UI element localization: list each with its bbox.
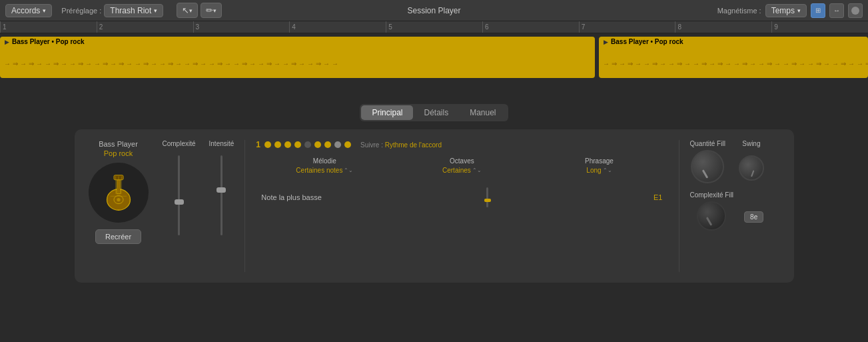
complexite-fill-row: Complexité Fill 8e [690, 191, 783, 231]
snap-icon-button[interactable]: ⊞ [811, 3, 825, 18]
spacer [0, 81, 868, 93]
intensite-slider-col: Intensité [209, 140, 234, 235]
waveform-arrow: → [799, 60, 805, 67]
fill-badge[interactable]: 8e [744, 211, 763, 223]
separator-1 [244, 140, 245, 272]
waveform-arrow: → [823, 60, 830, 67]
waveform-arrow: → [298, 60, 305, 67]
waveform-arrow: → [709, 60, 715, 67]
pencil-tool-button[interactable]: ✏ ▾ [201, 3, 222, 18]
waveform-arrow: → [725, 60, 731, 67]
complexite-fill-label: Complexité Fill [690, 191, 734, 199]
ruler-mark-9: 9 [771, 21, 868, 33]
waveform-2: →⇒→⇒→→⇒→→⇒→→⇒→⇒→→⇒→→⇒→→⇒→→⇒→→⇒→→⇒→→⇒→→⇒→… [599, 51, 868, 75]
complexite-slider-thumb[interactable] [175, 199, 184, 205]
note-mini-slider[interactable] [486, 187, 488, 207]
track-label-2: Bass Player • Pop rock [611, 38, 683, 45]
pointer-tool-button[interactable]: ↖ ▾ [177, 3, 198, 18]
complexite-fill-knob[interactable] [697, 201, 726, 231]
waveform-arrow: ⇒ [13, 60, 18, 67]
pattern-dot-4[interactable] [304, 141, 311, 148]
waveform-arrow: ⇒ [143, 60, 149, 67]
waveform-arrow: → [249, 60, 256, 67]
fill-swing-row: Quantité Fill Swing [690, 140, 783, 183]
guitar-icon [95, 169, 142, 216]
note-label: Note la plus basse [261, 193, 322, 201]
waveform-arrow: → [20, 60, 27, 67]
waveform-arrow: → [200, 60, 207, 67]
pattern-dot-0[interactable] [264, 141, 271, 148]
waveform-arrow: → [619, 60, 626, 67]
octaves-value[interactable]: Certaines ⌃⌄ [442, 167, 482, 174]
tabs: Principal Détails Manuel [360, 104, 508, 121]
octaves-label: Octaves [450, 157, 474, 165]
instrument-circle[interactable] [89, 163, 149, 223]
accords-button[interactable]: Accords ▾ [5, 4, 52, 17]
main-content: Principal Détails Manuel Bass Player Pop… [0, 93, 868, 293]
waveform-arrow: → [684, 60, 691, 67]
waveform-arrow: → [4, 60, 11, 67]
swing-knob[interactable] [739, 155, 764, 181]
pattern-dot-2[interactable] [284, 141, 291, 148]
track-area: ▶ Bass Player • Pop rock →⇒→⇒→→⇒→→⇒→→⇒→⇒… [0, 33, 868, 81]
settings-icon-button[interactable] [848, 3, 863, 18]
waveform-arrow: ⇒ [652, 60, 657, 67]
waveform-arrow: ⇒ [677, 60, 682, 67]
right-section: Quantité Fill Swing Complexité Fill [690, 140, 783, 272]
complexite-slider-track[interactable] [178, 155, 180, 235]
fill-badge-wrapper: 8e [744, 211, 763, 223]
pattern-dot-5[interactable] [314, 141, 321, 148]
recreate-button[interactable]: Recréer [95, 229, 141, 244]
note-slider-thumb[interactable] [484, 199, 491, 202]
pattern-dot-6[interactable] [324, 141, 331, 148]
waveform-arrow: → [36, 60, 43, 67]
link-icon-button[interactable]: ↔ [829, 3, 844, 18]
quantite-fill-indicator [702, 169, 709, 179]
link-icon: ↔ [833, 7, 840, 14]
waveform-arrow: ⇒ [29, 60, 34, 67]
pointer-icon: ↖ [182, 5, 189, 15]
track-block-2[interactable]: ▶ Bass Player • Pop rock →⇒→⇒→→⇒→→⇒→→⇒→⇒… [599, 37, 868, 78]
pattern-dot-8[interactable] [344, 141, 351, 148]
waveform-arrow: → [668, 60, 675, 67]
complexite-fill-group: Complexité Fill [690, 191, 734, 231]
magnetisme-label: Magnétisme : [717, 7, 761, 15]
waveform-arrow: ⇒ [316, 60, 321, 67]
ruler-mark-1: 1 [0, 21, 97, 33]
melodie-chevron-icon: ⌃⌄ [344, 167, 353, 173]
melodie-control: Mélodie Certaines notes ⌃⌄ [261, 157, 388, 174]
quantite-fill-knob[interactable] [691, 150, 724, 183]
ruler-marks: 123456789 [0, 21, 868, 33]
toolbar-center: ↖ ▾ ✏ ▾ [177, 3, 222, 18]
settings-icon [851, 7, 859, 15]
intensite-slider-track[interactable] [220, 155, 222, 235]
pattern-dot-3[interactable] [294, 141, 301, 148]
waveform-arrow: → [69, 60, 76, 67]
tab-principal[interactable]: Principal [361, 105, 413, 120]
waveform-arrow: → [783, 60, 789, 67]
intensite-label: Intensité [209, 140, 234, 147]
pattern-dot-7[interactable] [334, 141, 341, 148]
melodie-value[interactable]: Certaines notes ⌃⌄ [296, 167, 353, 174]
waveform-arrow: ⇒ [701, 60, 707, 67]
track-block-1[interactable]: ▶ Bass Player • Pop rock →⇒→⇒→→⇒→→⇒→→⇒→⇒… [0, 37, 595, 78]
waveform-arrow: → [61, 60, 67, 67]
preset-select[interactable]: Thrash Riot ▾ [104, 4, 163, 17]
intensite-slider-thumb[interactable] [217, 187, 226, 193]
waveform-arrow: ⇒ [78, 60, 83, 67]
quantite-fill-group: Quantité Fill [690, 140, 725, 183]
tab-details[interactable]: Détails [413, 105, 459, 120]
waveform-arrow: → [749, 60, 756, 67]
tab-manuel[interactable]: Manuel [459, 105, 506, 120]
phrasage-value[interactable]: Long ⌃⌄ [586, 167, 612, 174]
waveform-arrow: → [274, 60, 280, 67]
follow-value: Rythme de l'accord [385, 141, 442, 149]
waveform-arrow: ⇒ [628, 60, 633, 67]
instrument-section: Bass Player Pop rock Recréer [85, 140, 152, 272]
pattern-dot-1[interactable] [274, 141, 281, 148]
waveform-arrow: → [659, 60, 666, 67]
note-row: Note la plus basse E1 [256, 187, 667, 207]
melodie-label: Mélodie [313, 157, 336, 165]
waveform-arrow: ⇒ [767, 60, 772, 67]
magnetisme-select[interactable]: Temps ▾ [765, 4, 807, 17]
